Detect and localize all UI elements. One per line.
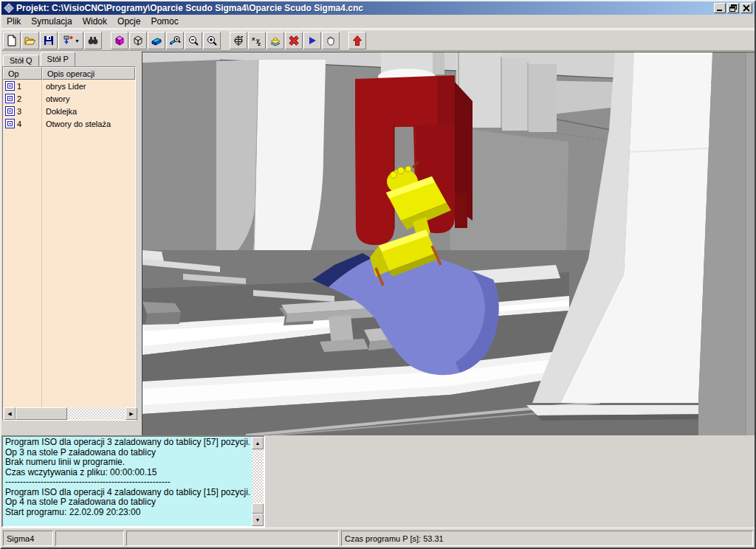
app-logo-icon <box>4 3 14 13</box>
tool-setup-button[interactable]: ▼ <box>58 32 83 49</box>
menu-widok[interactable]: Widok <box>78 15 112 28</box>
operations-table: Op Opis operacji 1 obrys Lider <box>2 66 136 421</box>
open-file-button[interactable] <box>21 32 39 49</box>
menu-plik[interactable]: Plik <box>1 15 26 28</box>
table-tabs: Stół QStół P <box>1 52 137 66</box>
minimize-icon <box>715 4 724 13</box>
svg-text:x: x <box>252 35 255 42</box>
zoom-window-button[interactable] <box>166 32 184 49</box>
viewport-3d[interactable] <box>142 52 756 435</box>
log-line: Program ISO dla operacji 3 zaladowany do… <box>5 438 252 448</box>
operations-panel: Stół QStół P Op Opis operacji 1 obrys <box>1 52 137 435</box>
send-program-icon <box>351 35 363 46</box>
title-bar[interactable]: Projekt: C:\VisioCNC\Programy\Oparcie Sc… <box>1 1 755 15</box>
close-button[interactable] <box>740 3 752 13</box>
cancel-icon <box>288 35 300 46</box>
pan-view-button[interactable] <box>322 32 340 49</box>
operation-description: obrys Lider <box>41 82 135 91</box>
log-line: Op 4 na stole P załadowana do tablicy <box>5 497 252 508</box>
view-shaded-button[interactable] <box>148 32 165 49</box>
minimize-button[interactable] <box>714 3 726 13</box>
scrollbar-thumb[interactable] <box>16 407 67 420</box>
rotate-view-button[interactable] <box>230 32 247 49</box>
run-simulation-icon <box>306 35 318 46</box>
log-vertical-scrollbar: ▲ ▼ <box>252 437 264 526</box>
status-panel-3 <box>126 531 339 546</box>
close-icon <box>742 4 751 13</box>
table-layers-icon <box>269 35 281 46</box>
operations-table-body: 1 obrys Lider 2 otwory <box>3 80 135 420</box>
toolbar: ▼xyz <box>1 30 755 51</box>
operation-description: Doklejka <box>41 107 135 116</box>
send-program-button[interactable] <box>348 32 366 49</box>
menu-pomoc[interactable]: Pomoc <box>145 15 183 28</box>
scroll-down-button[interactable]: ▼ <box>252 514 264 526</box>
xyz-coordinates-button[interactable]: xyz <box>248 32 266 49</box>
tab-stol-p[interactable]: Stół P <box>41 52 75 66</box>
operation-number: 1 <box>17 82 41 91</box>
xyz-coordinates-icon: xyz <box>251 35 263 46</box>
rotate-view-icon <box>233 35 244 46</box>
operation-number: 4 <box>17 120 41 128</box>
view-wireframe-button[interactable] <box>129 32 147 49</box>
scroll-left-button[interactable]: ◀ <box>4 407 16 420</box>
view-wireframe-icon <box>132 35 144 46</box>
operation-description: otwory <box>41 94 135 103</box>
column-header-opis: Opis operacji <box>42 67 135 80</box>
operation-number: 3 <box>17 107 41 116</box>
restore-icon <box>729 4 738 13</box>
operations-table-header: Op Opis operacji <box>3 67 135 80</box>
scroll-right-button[interactable]: ▶ <box>126 407 137 420</box>
log-line: Program ISO dla operacji 4 zaladowany do… <box>5 488 252 498</box>
operation-icon <box>5 119 15 128</box>
cancel-button[interactable] <box>285 32 303 49</box>
log-line: ----------------------------------------… <box>5 477 252 488</box>
new-file-button[interactable] <box>3 32 21 49</box>
dropdown-arrow-icon[interactable]: ▼ <box>75 38 80 44</box>
operation-icon <box>5 94 15 103</box>
table-row[interactable]: 3 Doklejka <box>3 105 135 117</box>
status-panel-project: Sigma4 <box>3 531 53 546</box>
table-layers-button[interactable] <box>267 32 284 49</box>
zoom-out-icon <box>188 35 199 46</box>
machine-3d-scene <box>142 52 756 435</box>
log-lines: Program ISO dla operacji 3 zaladowany do… <box>3 437 252 526</box>
menu-bar: PlikSymulacjaWidokOpcjePomoc <box>1 15 755 29</box>
horizontal-scrollbar: ◀ ▶ <box>4 407 137 420</box>
view-solid-button[interactable] <box>111 32 128 49</box>
log-line: Op 3 na stole P załadowana do tablicy <box>5 448 252 458</box>
log-scrollbar-track[interactable] <box>252 449 264 503</box>
log-line: Czas wczytywania z pliku: 00:00:00.15 <box>5 468 252 478</box>
status-panel-program-time: Czas programu P [s]: 53.31 <box>341 531 753 546</box>
menu-symulacja[interactable]: Symulacja <box>26 15 77 28</box>
zoom-window-icon <box>169 35 181 46</box>
find-icon <box>87 35 99 46</box>
status-panel-2 <box>55 531 124 546</box>
find-button[interactable] <box>84 32 102 49</box>
save-file-button[interactable] <box>40 32 58 49</box>
table-row[interactable]: 4 Otwory do stelaża <box>3 117 135 130</box>
tab-stol-q[interactable]: Stół Q <box>3 55 39 66</box>
log-line: Brak numeru linii w programie. <box>5 458 252 468</box>
zoom-out-button[interactable] <box>185 32 202 49</box>
menu-opcje[interactable]: Opcje <box>112 15 145 28</box>
scroll-up-button[interactable]: ▲ <box>252 437 264 449</box>
run-simulation-button[interactable] <box>303 32 321 49</box>
view-shaded-icon <box>151 35 162 46</box>
table-row[interactable]: 1 obrys Lider <box>3 80 135 92</box>
new-file-icon <box>6 35 18 46</box>
pan-view-icon <box>325 35 337 46</box>
operation-number: 2 <box>17 94 41 103</box>
status-bar: Sigma4 Czas programu P [s]: 53.31 <box>1 528 755 548</box>
log-scrollbar-thumb[interactable] <box>252 503 264 514</box>
message-log[interactable]: Program ISO dla operacji 3 zaladowany do… <box>1 435 265 528</box>
operation-icon <box>5 106 15 116</box>
scrollbar-track[interactable] <box>67 407 126 420</box>
operation-description: Otwory do stelaża <box>41 120 135 128</box>
svg-text:z: z <box>258 41 261 46</box>
tool-setup-icon <box>62 35 74 46</box>
zoom-in-button[interactable] <box>203 32 221 49</box>
table-row[interactable]: 2 otwory <box>3 92 135 105</box>
restore-button[interactable] <box>727 3 739 13</box>
zoom-in-icon <box>206 35 218 46</box>
